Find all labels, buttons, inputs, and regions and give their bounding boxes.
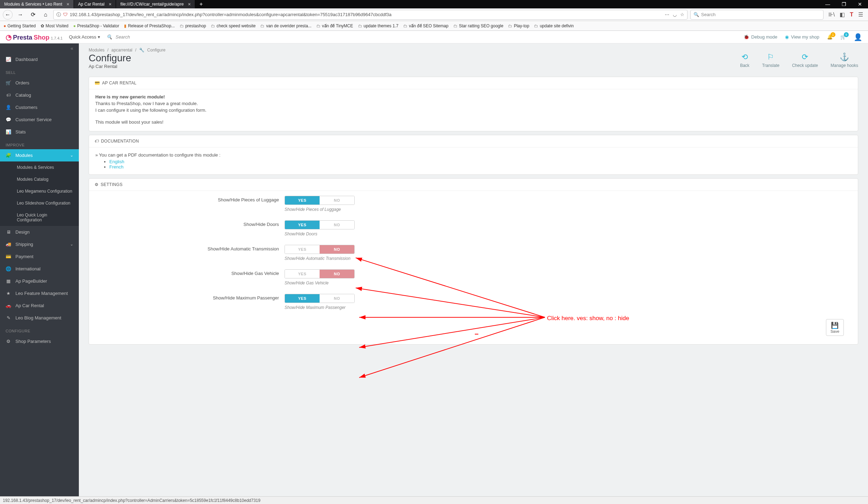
sidebar-sub-leo-slideshow[interactable]: Leo Slideshow Configuration bbox=[0, 197, 79, 209]
quick-access-dropdown[interactable]: Quick Access ▾ bbox=[69, 34, 100, 40]
save-button[interactable]: 💾 Save bbox=[826, 319, 844, 336]
refresh-icon: ⟳ bbox=[792, 53, 818, 62]
debug-mode-button[interactable]: 🐞Debug mode bbox=[744, 34, 777, 40]
toggle-no[interactable]: NO bbox=[320, 294, 354, 303]
sidebar-item-modules[interactable]: 🧩Modules⌄ bbox=[0, 149, 79, 161]
toggle-switch[interactable]: YES NO bbox=[285, 294, 355, 303]
breadcrumb-link[interactable]: Modules bbox=[89, 48, 104, 53]
more-icon[interactable]: ⋯ bbox=[665, 12, 669, 17]
sidebar-sub-modules-services[interactable]: Modules & Services bbox=[0, 161, 79, 173]
bookmark-item[interactable]: ●PrestaShop - Validator bbox=[73, 23, 119, 28]
check-update-button[interactable]: ⟳Check update bbox=[792, 53, 818, 68]
close-icon[interactable]: × bbox=[109, 1, 111, 7]
bookmark-item[interactable]: 🗀check speed website bbox=[211, 23, 255, 28]
sidebar-item-leo-feature[interactable]: ★Leo Feature Management bbox=[0, 287, 79, 299]
toggle-switch[interactable]: YES NO bbox=[285, 245, 355, 254]
search-bar[interactable]: 🔍 Search bbox=[690, 10, 823, 20]
library-icon[interactable]: ⊪\ bbox=[828, 11, 835, 18]
toggle-yes[interactable]: YES bbox=[285, 196, 320, 205]
search-icon: 🔍 bbox=[693, 12, 699, 17]
bookmark-item[interactable]: 🗀update site defivin bbox=[534, 23, 574, 28]
back-button[interactable]: ⟲Back bbox=[740, 53, 750, 68]
browser-tab[interactable]: file:///D:/CW/car_rental/guide/apre × bbox=[116, 0, 195, 8]
sidebar-item-design[interactable]: 🖥Design bbox=[0, 226, 79, 238]
notification-cart[interactable]: 🛒9 bbox=[840, 34, 846, 40]
back-button[interactable]: ← bbox=[3, 10, 13, 20]
sidebar-item-stats[interactable]: 📊Stats bbox=[0, 126, 79, 138]
bookmark-item[interactable]: 🗀prestashop bbox=[180, 23, 206, 28]
url-bar[interactable]: ⓘ 🛡 192.168.1.43/prestashop_17/dev/leo_r… bbox=[53, 10, 688, 20]
bookmark-item[interactable]: 🗀vấn đề TinyMCE bbox=[316, 23, 353, 28]
bookmark-item[interactable]: 🗀Star ratting SEO google bbox=[453, 23, 504, 28]
toggle-yes[interactable]: YES bbox=[285, 221, 320, 229]
toggle-yes[interactable]: YES bbox=[285, 294, 320, 303]
collapse-sidebar-button[interactable]: « bbox=[0, 43, 79, 53]
toggle-switch[interactable]: YES NO bbox=[285, 269, 355, 278]
bookmark-item[interactable]: ▮Release of PrestaShop... bbox=[124, 23, 175, 28]
manage-hooks-button[interactable]: ⚓Manage hooks bbox=[831, 53, 858, 68]
pocket-icon[interactable]: ◡ bbox=[673, 12, 677, 17]
extension-icon[interactable]: T bbox=[850, 12, 853, 18]
browser-tab[interactable]: Modules & Services • Leo Rent × bbox=[0, 0, 74, 8]
avatar-icon[interactable]: 👤 bbox=[854, 33, 862, 41]
star-icon[interactable]: ☆ bbox=[680, 12, 684, 17]
home-button[interactable]: ⌂ bbox=[41, 10, 50, 20]
bookmark-item[interactable]: 🗀Play-top bbox=[508, 23, 529, 28]
maximize-icon[interactable]: ❐ bbox=[836, 0, 852, 8]
doc-link-english[interactable]: English bbox=[109, 159, 124, 164]
close-icon[interactable]: × bbox=[67, 1, 69, 7]
toggle-no[interactable]: NO bbox=[320, 245, 354, 254]
form-row: Show/Hide Gas Vehicle YES NO Show/Hide G… bbox=[95, 269, 852, 285]
forward-button[interactable]: → bbox=[15, 10, 25, 20]
doc-link-french[interactable]: French bbox=[109, 164, 123, 170]
toggle-no[interactable]: NO bbox=[320, 270, 354, 278]
truck-icon: 🚚 bbox=[6, 242, 11, 247]
sidebar-item-shipping[interactable]: 🚚Shipping⌄ bbox=[0, 238, 79, 250]
close-icon[interactable]: × bbox=[188, 1, 191, 7]
bookmark-item[interactable]: ●Getting Started bbox=[4, 23, 36, 28]
bookmark-item[interactable]: 🗀vấn đề SEO Sitemap bbox=[403, 23, 449, 28]
panel-settings: ⚙SETTINGS Show/Hide Pieces of Luggage YE… bbox=[89, 178, 858, 345]
translate-button[interactable]: ⚐Translate bbox=[762, 53, 780, 68]
sidebar-item-shop-parameters[interactable]: ⚙Shop Parameters bbox=[0, 335, 79, 347]
toggle-switch[interactable]: YES NO bbox=[285, 196, 355, 205]
toggle-switch[interactable]: YES NO bbox=[285, 220, 355, 229]
sidebar-item-payment[interactable]: 💳Payment bbox=[0, 250, 79, 263]
sidebar-item-ap-pagebuilder[interactable]: ▦Ap PageBuilder bbox=[0, 275, 79, 287]
form-control: YES NO Show/Hide Automatic Transmission bbox=[285, 245, 852, 261]
sidebar-item-leo-blog[interactable]: ✎Leo Blog Management bbox=[0, 312, 79, 324]
sidebar-item-customer-service[interactable]: 💬Customer Service bbox=[0, 113, 79, 126]
toggle-no[interactable]: NO bbox=[320, 196, 354, 205]
breadcrumb-link[interactable]: apcarrental bbox=[111, 48, 132, 53]
close-window-icon[interactable]: ✕ bbox=[852, 0, 868, 8]
sidebar-icon[interactable]: ◧ bbox=[840, 11, 845, 18]
sidebar-item-catalog[interactable]: 🏷Catalog bbox=[0, 89, 79, 101]
form-label: Show/Hide Doors bbox=[95, 220, 285, 227]
reload-button[interactable]: ⟳ bbox=[28, 10, 38, 20]
notification-bell[interactable]: 🔔1 bbox=[827, 34, 833, 40]
view-shop-button[interactable]: ◉View my shop bbox=[785, 34, 819, 40]
sidebar-sub-modules-catalog[interactable]: Modules Catalog bbox=[0, 173, 79, 185]
ps-search[interactable]: 🔍 Search bbox=[107, 34, 205, 40]
browser-tab[interactable]: Ap Car Rental × bbox=[74, 0, 116, 8]
bookmark-item[interactable]: 🗀update themes 1.7 bbox=[358, 23, 398, 28]
sidebar-item-customers[interactable]: 👤Customers bbox=[0, 101, 79, 113]
menu-icon[interactable]: ☰ bbox=[858, 11, 863, 18]
sidebar-item-orders[interactable]: 🛒Orders bbox=[0, 77, 79, 89]
new-tab-button[interactable]: + bbox=[195, 1, 207, 7]
toggle-yes[interactable]: YES bbox=[285, 270, 320, 278]
sidebar-item-ap-car-rental[interactable]: 🚗Ap Car Rental bbox=[0, 299, 79, 312]
bookmark-item[interactable]: 🗀van de overider presta... bbox=[260, 23, 311, 28]
minimize-icon[interactable]: — bbox=[820, 0, 836, 8]
form-label: Show/Hide Pieces of Luggage bbox=[95, 196, 285, 202]
sidebar-item-international[interactable]: 🌐International bbox=[0, 263, 79, 275]
ps-logo[interactable]: ◔ PrestaShop 1.7.4.1 bbox=[6, 33, 63, 41]
toggle-yes[interactable]: YES bbox=[285, 245, 320, 254]
sidebar-item-dashboard[interactable]: 📈Dashboard bbox=[0, 53, 79, 65]
bookmark-item[interactable]: ✿Most Visited bbox=[41, 23, 68, 28]
sidebar-sub-leo-quick-login[interactable]: Leo Quick Login Configuration bbox=[0, 209, 79, 226]
ps-header: ◔ PrestaShop 1.7.4.1 Quick Access ▾ 🔍 Se… bbox=[0, 31, 868, 43]
info-icon[interactable]: ⓘ bbox=[56, 12, 61, 18]
sidebar-sub-leo-megamenu[interactable]: Leo Megamenu Configuration bbox=[0, 185, 79, 197]
toggle-no[interactable]: NO bbox=[320, 221, 354, 229]
